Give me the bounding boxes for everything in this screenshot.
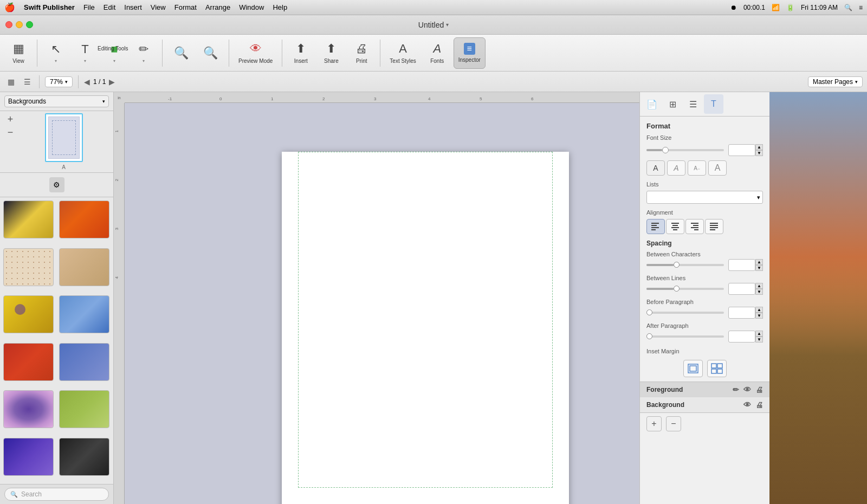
text-styles-button[interactable]: A Text Styles [385,37,420,69]
document-properties-icon[interactable]: 📄 [642,94,662,114]
lists-dropdown[interactable]: ▾ [646,191,763,204]
menu-file[interactable]: File [83,3,95,11]
foreground-edit-button[interactable]: ✏ [733,385,739,394]
minimize-button[interactable] [16,21,23,28]
page-thumbnail[interactable] [45,113,83,162]
background-print-button[interactable]: 🖨 [755,400,763,409]
text-tool-button[interactable]: T ▾ [71,37,99,69]
background-12[interactable] [59,438,109,476]
between-chars-input[interactable] [728,259,755,271]
menu-help[interactable]: Help [273,3,287,11]
inset-layers-button[interactable] [683,360,703,377]
align-center-button[interactable] [666,219,684,234]
between-chars-up-button[interactable]: ▲ [755,259,763,265]
wrap-icon[interactable]: ☰ [683,94,703,114]
share-button[interactable]: ⬆ Share [317,37,345,69]
between-chars-slider[interactable] [646,264,724,266]
zoom-in-sidebar-button[interactable]: + [4,113,16,125]
foreground-layer-header[interactable]: Foreground ✏ 👁 🖨 [640,382,769,397]
align-justify-button[interactable] [705,219,723,234]
inset-grid-button[interactable] [707,360,727,377]
menu-insert[interactable]: Insert [124,3,142,11]
background-5[interactable] [3,295,54,333]
background-6[interactable] [59,295,109,333]
after-para-input[interactable] [728,331,755,343]
remove-layer-button[interactable]: − [666,416,681,431]
italic-text-button[interactable]: A [667,160,685,176]
view-button[interactable]: ▦ View [4,37,33,69]
before-para-input[interactable] [728,307,755,319]
background-11[interactable] [3,438,54,476]
next-page-button[interactable]: ▶ [109,77,115,86]
fonts-button[interactable]: A Fonts [423,37,451,69]
menu-view[interactable]: View [151,3,166,11]
layout-icon[interactable]: ⊞ [663,94,682,114]
before-para-up-button[interactable]: ▲ [755,307,763,313]
list-view-icon[interactable]: ▦ [4,75,17,88]
before-para-down-button[interactable]: ▼ [755,313,763,319]
text-size-decrease-button[interactable]: A₋ [688,160,706,176]
align-right-button[interactable] [685,219,704,234]
canvas-area[interactable]: -1 0 1 2 3 4 5 6 1 2 3 4 in [114,92,639,504]
page-content[interactable] [282,152,569,504]
background-layer-header[interactable]: Background 👁 🖨 [640,397,769,412]
font-size-slider[interactable] [646,149,724,151]
inspector-button[interactable]: ≡ Inspector [454,37,486,69]
apple-menu[interactable]: 🍎 [4,2,15,12]
menu-arrange[interactable]: Arrange [205,3,230,11]
background-3[interactable] [3,248,54,286]
between-lines-up-button[interactable]: ▲ [755,283,763,289]
foreground-print-button[interactable]: 🖨 [755,385,763,394]
settings-button[interactable]: ⚙ [49,177,64,192]
text-size-increase-button[interactable]: A [708,160,727,176]
print-button[interactable]: 🖨 Print [347,37,376,69]
text-format-icon[interactable]: T [704,94,723,114]
font-size-down-button[interactable]: ▼ [755,150,763,156]
select-tool-button[interactable]: ↖ ▾ [42,37,70,69]
font-size-input[interactable] [728,144,755,156]
background-10[interactable] [59,390,109,428]
before-para-slider[interactable] [646,312,724,314]
background-8[interactable] [59,343,109,381]
foreground-visibility-button[interactable]: 👁 [743,385,751,394]
background-visibility-button[interactable]: 👁 [743,400,751,409]
font-size-up-button[interactable]: ▲ [755,144,763,150]
between-lines-down-button[interactable]: ▼ [755,289,763,295]
zoom-in-button[interactable]: 🔍 [196,37,224,69]
pen-tool-button[interactable]: ✏ ▾ [130,37,158,69]
menu-window[interactable]: Window [239,3,264,11]
backgrounds-dropdown[interactable]: Backgrounds ▾ [4,95,109,107]
between-lines-slider[interactable] [646,288,724,290]
app-name[interactable]: Swift Publisher [24,3,75,11]
between-chars-down-button[interactable]: ▼ [755,265,763,271]
align-left-button[interactable] [646,219,665,234]
menu-edit[interactable]: Edit [103,3,115,11]
zoom-out-sidebar-button[interactable]: − [4,126,16,138]
search-input[interactable]: 🔍 Search [4,488,109,501]
document-title[interactable]: Untitled ▾ [418,21,449,29]
search-icon[interactable]: 🔍 [844,4,852,11]
between-lines-input[interactable] [728,283,755,295]
background-4[interactable] [59,248,109,286]
zoom-display[interactable]: 77% ▾ [45,76,73,87]
insert-button[interactable]: ⬆ Insert [287,37,315,69]
close-button[interactable] [5,21,12,28]
page-view-icon[interactable]: ☰ [21,75,34,88]
background-7[interactable] [3,343,54,381]
background-9[interactable] [3,390,54,428]
after-para-up-button[interactable]: ▲ [755,331,763,337]
menu-icon[interactable]: ≡ [859,4,863,11]
text-color-button[interactable]: A [646,160,665,176]
master-pages-button[interactable]: Master Pages ▾ [808,76,863,87]
background-2[interactable] [59,201,109,238]
menu-format[interactable]: Format [174,3,197,11]
after-para-down-button[interactable]: ▼ [755,337,763,343]
after-para-slider[interactable] [646,335,724,338]
prev-page-button[interactable]: ◀ [84,77,90,86]
background-1[interactable] [3,201,54,238]
preview-mode-button[interactable]: 👁 Preview Mode [234,37,277,69]
maximize-button[interactable] [26,21,33,28]
shape-tool-button[interactable]: ■ ▾ [100,37,128,69]
add-layer-button[interactable]: + [646,416,662,431]
zoom-out-button[interactable]: 🔍 [167,37,195,69]
